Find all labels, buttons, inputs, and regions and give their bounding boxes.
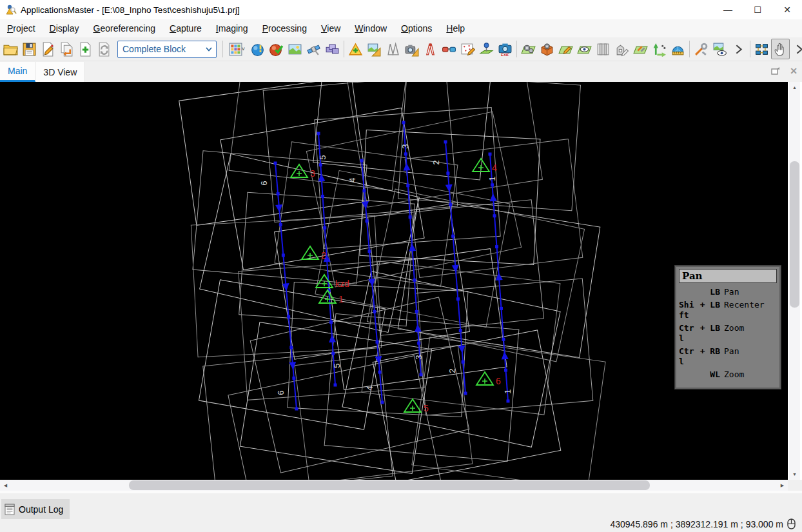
photo-center-dot	[319, 163, 322, 166]
control-point-cross-icon	[322, 281, 327, 286]
camera-network-button[interactable]	[752, 39, 771, 59]
menu-item-display[interactable]: Display	[43, 19, 86, 37]
add-points-button[interactable]	[346, 39, 365, 59]
horizontal-scrollbar[interactable]: ◀ ▶	[0, 480, 788, 491]
building-edit-button[interactable]	[612, 39, 631, 59]
control-point-2[interactable]: 2	[302, 246, 326, 261]
project-status-ok-icon	[269, 42, 284, 57]
photo-stack-icon	[325, 42, 340, 57]
mouse-icon	[787, 518, 796, 529]
toolbar-overflow-2-button[interactable]	[790, 39, 802, 59]
transform-arrows-button[interactable]	[650, 39, 669, 59]
image-viewer-icon	[288, 42, 302, 57]
tab-main[interactable]: Main	[0, 62, 35, 82]
scroll-down-arrow[interactable]: ▼	[789, 469, 800, 480]
menu-item-options[interactable]: Options	[394, 19, 439, 37]
photo-center-dot	[446, 172, 449, 175]
output-log-button[interactable]: Output Log	[1, 499, 70, 519]
copy-project-button[interactable]	[57, 39, 76, 59]
menu-item-view[interactable]: View	[314, 19, 347, 37]
strip-columns-button[interactable]	[594, 39, 612, 59]
map-processing-button[interactable]	[519, 39, 538, 59]
menu-item-processing[interactable]: Processing	[255, 19, 314, 37]
gcp-pin-button[interactable]	[477, 39, 496, 59]
scroll-right-arrow[interactable]: ▶	[777, 480, 788, 491]
strip-number-label: 5	[318, 155, 328, 159]
block-canvas[interactable]: 66554433221132kzd1465	[0, 82, 788, 480]
stereo-glasses-button[interactable]	[440, 39, 458, 59]
photo-center-dot	[295, 408, 298, 411]
exif-camera-icon: EXIF	[498, 42, 513, 57]
vertical-scroll-thumb[interactable]	[790, 161, 799, 308]
image-viewer-button[interactable]	[286, 39, 304, 59]
control-point-4[interactable]: 4	[473, 159, 497, 173]
control-point-cross-icon	[297, 171, 302, 176]
action-label: Recenter	[720, 300, 765, 320]
app-icon	[5, 4, 17, 15]
menu-item-help[interactable]: Help	[439, 19, 472, 37]
scroll-up-arrow[interactable]: ▲	[789, 82, 800, 93]
control-point-6[interactable]: 6	[476, 372, 501, 386]
strip-fan-button[interactable]	[384, 39, 402, 59]
camera-editor-icon	[404, 42, 419, 57]
radiometric-editor-button[interactable]	[365, 39, 384, 59]
photo-center-dot	[360, 159, 364, 163]
control-point-3[interactable]: 3	[291, 164, 315, 179]
control-point-cross-icon	[308, 253, 313, 258]
map-edit-button[interactable]	[556, 39, 575, 59]
reload-project-button[interactable]	[95, 39, 113, 59]
photo-center-dot	[334, 384, 337, 387]
exif-camera-button[interactable]: EXIF	[496, 39, 514, 59]
vertical-scrollbar[interactable]: ▲ ▼	[789, 82, 800, 480]
modifier-key	[679, 369, 696, 380]
dome-measure-button[interactable]	[669, 39, 687, 59]
action-label: Zoom	[720, 369, 744, 380]
save-project-button[interactable]	[20, 39, 39, 59]
close-button[interactable]: ✕	[772, 0, 802, 19]
strip-number-label: 4	[347, 177, 357, 182]
horizontal-scroll-thumb[interactable]	[129, 480, 650, 490]
pan-tool-button[interactable]	[771, 39, 790, 59]
flight-line-1: 11	[487, 153, 513, 403]
scroll-left-arrow[interactable]: ◀	[0, 480, 11, 491]
cursor-coordinates: 430945.896 m ; 3892312.191 m ; 93.000 m	[610, 519, 783, 529]
satellite-orientation-button[interactable]	[304, 39, 323, 59]
photo-center-dot	[373, 310, 377, 313]
menu-item-capture[interactable]: Capture	[162, 19, 209, 37]
tab-3d-view[interactable]: 3D View	[35, 62, 85, 82]
pan-legend-rows: LBPanShift+ LBRecenterCtrl+ LBZoomCtrl+ …	[679, 287, 777, 380]
photo-stack-button[interactable]	[323, 39, 342, 59]
open-project-button[interactable]	[1, 39, 20, 59]
map-view-button[interactable]	[575, 39, 594, 59]
block-display-mode-button[interactable]: ˅	[225, 39, 248, 59]
restore-view-button[interactable]	[770, 65, 781, 77]
edit-project-button[interactable]	[39, 39, 57, 59]
toolbar-overflow-2-icon	[792, 42, 802, 57]
project-status-ok-button[interactable]	[267, 39, 286, 59]
photo-footprint	[342, 271, 560, 448]
toolbar-overflow-1-button[interactable]	[729, 39, 748, 59]
minimize-button[interactable]: —	[713, 0, 743, 19]
display-mode-combobox[interactable]: Complete Block	[117, 41, 217, 58]
menu-item-georeferencing[interactable]: Georeferencing	[86, 19, 163, 37]
view-settings-button[interactable]	[692, 39, 710, 59]
menu-item-project[interactable]: Project	[0, 19, 43, 37]
menu-item-window[interactable]: Window	[347, 19, 394, 37]
measure-tool-button[interactable]	[421, 39, 440, 59]
map-view-icon	[577, 42, 592, 57]
maximize-button[interactable]: ☐	[743, 0, 772, 19]
strip-number-label: 1	[487, 176, 497, 181]
project-status-info-button[interactable]	[248, 39, 267, 59]
seam-editor-button[interactable]	[458, 39, 477, 59]
model-processing-button[interactable]	[538, 39, 556, 59]
tab-bar: Main3D View ✕	[0, 61, 802, 82]
close-view-button[interactable]: ✕	[788, 65, 799, 77]
menu-item-imaging[interactable]: Imaging	[209, 19, 255, 37]
action-label: Zoom	[720, 323, 744, 344]
image-display-button[interactable]	[710, 39, 729, 59]
map-toolkit-button[interactable]	[631, 39, 650, 59]
toolbar: Complete Block˅EXIF	[0, 37, 802, 61]
camera-editor-button[interactable]	[402, 39, 421, 59]
add-document-button[interactable]	[76, 39, 95, 59]
photo-footprint	[263, 82, 458, 222]
